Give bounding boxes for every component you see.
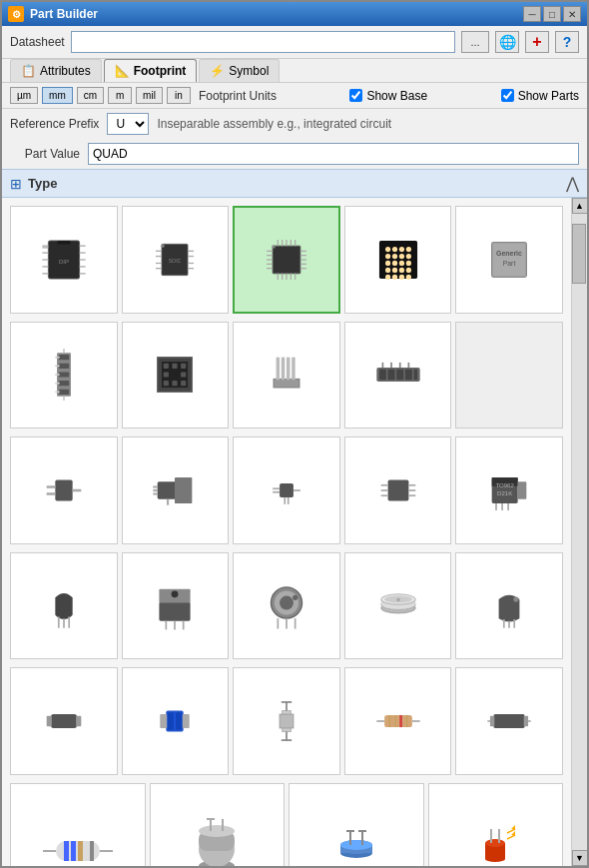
part-cell-qfp44[interactable]: [233, 206, 340, 314]
scrollbar: ▲ ▼: [571, 198, 587, 866]
svg-point-50: [398, 247, 403, 252]
reference-label: Reference Prefix: [10, 117, 99, 131]
svg-point-48: [385, 247, 390, 252]
part-cell-sot363[interactable]: [344, 436, 452, 544]
svg-rect-143: [160, 601, 191, 620]
svg-rect-95: [277, 358, 280, 381]
part-cell-dpak[interactable]: TO962 D21K: [455, 436, 563, 544]
unit-cm[interactable]: cm: [77, 87, 104, 104]
part-cell-led-array[interactable]: [344, 206, 452, 314]
svg-rect-90: [181, 373, 186, 378]
add-button[interactable]: +: [525, 31, 549, 53]
part-value-row: Part Value: [2, 139, 587, 169]
part-cell-smd-chip[interactable]: [10, 667, 118, 775]
part-cell-resistor[interactable]: [344, 667, 452, 775]
unit-um[interactable]: µm: [10, 87, 38, 104]
symbol-icon: ⚡: [210, 64, 225, 78]
svg-rect-182: [384, 715, 412, 727]
help-button[interactable]: ?: [555, 31, 579, 53]
svg-rect-72: [59, 355, 69, 360]
svg-point-66: [398, 275, 403, 280]
part-cell-soic8[interactable]: SOIC: [122, 206, 230, 314]
svg-rect-25: [273, 246, 300, 274]
part-cell-sc70[interactable]: [233, 436, 340, 544]
svg-rect-125: [387, 480, 408, 501]
part-cell-led-diode[interactable]: [428, 783, 564, 866]
part-cell-socket[interactable]: [122, 322, 230, 430]
show-parts-checkbox[interactable]: [501, 89, 514, 102]
svg-text:Part: Part: [503, 260, 516, 267]
part-cell-cap-elec[interactable]: [150, 783, 286, 866]
unit-mm[interactable]: mm: [42, 87, 73, 104]
svg-point-65: [392, 275, 397, 280]
svg-rect-91: [164, 381, 169, 386]
part-cell-sot223[interactable]: [122, 436, 230, 544]
main-content-area: DIP: [2, 198, 587, 866]
units-row: µm mm cm m mil in Footprint Units Show B…: [2, 83, 587, 109]
part-cell-to220[interactable]: [122, 552, 230, 660]
part-cell-crystal[interactable]: [233, 667, 340, 775]
unit-m[interactable]: m: [108, 87, 132, 104]
content: Datasheet ... 🌐 + ? 📋 Attributes 📐 Footp…: [2, 26, 587, 866]
svg-point-52: [385, 254, 390, 259]
tab-footprint[interactable]: 📐 Footprint: [104, 59, 198, 82]
datasheet-input[interactable]: [71, 31, 455, 53]
minimize-button[interactable]: ─: [523, 6, 541, 22]
parts-grid-container: DIP: [2, 198, 571, 866]
svg-rect-100: [379, 370, 386, 380]
svg-point-59: [405, 261, 410, 266]
svg-rect-114: [175, 477, 192, 503]
part-cell-heatsink[interactable]: [233, 322, 340, 430]
part-cell-varistor[interactable]: [289, 783, 424, 866]
tab-symbol[interactable]: ⚡ Symbol: [199, 59, 280, 82]
svg-point-64: [385, 275, 390, 280]
show-base-label: Show Base: [349, 89, 427, 103]
show-base-checkbox[interactable]: [349, 89, 362, 102]
svg-rect-76: [59, 390, 69, 395]
part-cell-coin[interactable]: ⊕: [344, 552, 452, 660]
web-button[interactable]: 🌐: [495, 31, 519, 53]
svg-marker-223: [511, 831, 515, 835]
part-cell-generic[interactable]: Generic Part: [455, 206, 563, 314]
tab-attributes[interactable]: 📋 Attributes: [10, 59, 102, 82]
close-button[interactable]: ✕: [563, 6, 581, 22]
part-cell-to39[interactable]: [233, 552, 340, 660]
unit-mil[interactable]: mil: [136, 87, 163, 104]
scroll-down-arrow[interactable]: ▼: [572, 850, 588, 866]
svg-text:DIP: DIP: [59, 259, 69, 265]
part-cell-smd-rect[interactable]: [455, 667, 563, 775]
grid-row-3: TO962 D21K: [10, 436, 563, 544]
browse-button[interactable]: ...: [461, 31, 489, 53]
title-bar: ⚙ Part Builder ─ □ ✕: [2, 2, 587, 26]
svg-point-58: [398, 261, 403, 266]
footprint-icon: 📐: [115, 64, 130, 78]
svg-point-155: [293, 594, 297, 599]
part-cell-connector-h[interactable]: [344, 322, 452, 430]
part-cell-to92-2[interactable]: [455, 552, 563, 660]
svg-point-55: [405, 254, 410, 259]
svg-rect-166: [51, 714, 77, 728]
svg-rect-97: [287, 358, 290, 381]
maximize-button[interactable]: □: [543, 6, 561, 22]
reference-select[interactable]: URCLDQIC: [107, 113, 149, 135]
part-cell-sot23[interactable]: [10, 436, 118, 544]
svg-text:⊕: ⊕: [396, 595, 400, 601]
datasheet-row: Datasheet ... 🌐 + ?: [2, 26, 587, 59]
svg-rect-170: [161, 714, 168, 728]
svg-rect-188: [490, 716, 494, 726]
svg-point-60: [385, 268, 390, 273]
part-cell-pin-header[interactable]: [10, 322, 118, 430]
scroll-up-arrow[interactable]: ▲: [572, 198, 588, 214]
part-cell-axial-h[interactable]: [10, 783, 146, 866]
part-value-input[interactable]: [88, 143, 579, 165]
scroll-thumb[interactable]: [572, 224, 586, 284]
svg-point-210: [340, 840, 372, 850]
show-base-text: Show Base: [366, 89, 427, 103]
part-cell-dip14[interactable]: DIP: [10, 206, 118, 314]
unit-in[interactable]: in: [167, 87, 191, 104]
svg-rect-168: [76, 716, 81, 726]
part-cell-cap-smd[interactable]: [122, 667, 230, 775]
part-cell-to92[interactable]: [10, 552, 118, 660]
collapse-button[interactable]: ⋀: [566, 174, 579, 193]
svg-line-221: [507, 835, 515, 839]
